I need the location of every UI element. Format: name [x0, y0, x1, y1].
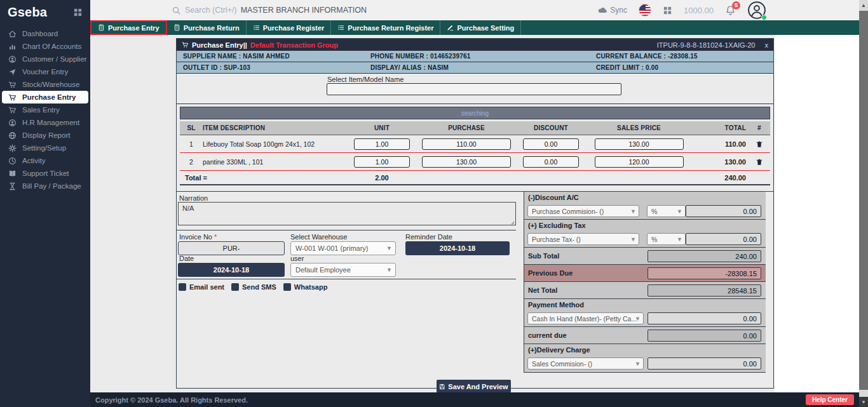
payment-method-value[interactable] — [648, 312, 761, 324]
supplier-info-row: OUTLET ID : SUP-103DISPLAY/ ALIAS : NASI… — [177, 62, 773, 74]
delete-row-icon[interactable] — [756, 140, 763, 149]
discount-a-c-value[interactable] — [686, 205, 761, 217]
brand-logo[interactable]: Gseba — [8, 5, 47, 20]
delete-row-icon[interactable] — [756, 157, 763, 166]
chevron-down-icon: ▼ — [677, 236, 682, 243]
sub-total-value[interactable] — [648, 250, 761, 262]
tab-label: Purchase Entry — [108, 24, 159, 32]
sidebar-item-label: Voucher Entry — [22, 68, 68, 76]
calculator-icon — [173, 24, 180, 31]
save-and-preview-button[interactable]: Save And Preview — [437, 380, 511, 393]
row-purchase-input[interactable] — [422, 138, 511, 150]
row-sales-price-input[interactable] — [595, 138, 684, 150]
table-body: 1Lifebuoy Total Soap 100gm 24x1, 102110.… — [180, 135, 770, 171]
date-button[interactable]: 2024-10-18 — [178, 263, 285, 277]
notifications-button[interactable]: 5 — [725, 5, 736, 16]
net-total-value[interactable] — [648, 284, 761, 297]
home-icon — [8, 30, 17, 38]
supplier-info-cell: SUPPLIER NAME : NASIM AHMED — [177, 53, 364, 60]
sidebar-item-dashboard[interactable]: Dashboard — [2, 27, 88, 40]
tab-purchase-register[interactable]: Purchase Register — [247, 20, 332, 35]
supplier-info-row: SUPPLIER NAME : NASIM AHMEDPHONE NUMBER … — [177, 51, 773, 62]
excluding-tax-select[interactable]: Purchase Tax- ()▼ — [527, 233, 639, 245]
sync-button[interactable]: Sync — [597, 5, 627, 15]
scrollbar-thumb[interactable] — [859, 11, 868, 390]
row-total: 130.00 — [691, 158, 749, 166]
current-due-value[interactable] — [648, 330, 761, 342]
chevron-down-icon: ▼ — [677, 208, 682, 215]
global-search[interactable]: Search (Ctrl+/) MASTER BRANCH INFORMATIO… — [172, 6, 367, 15]
sidebar-item-setting-setup[interactable]: Setting/Setup — [2, 142, 88, 154]
sidebar-item-purchase-entry[interactable]: Purchase Entry — [2, 91, 88, 103]
warehouse-select[interactable]: W-001 W-001 (primary)▼ — [290, 241, 396, 255]
help-center-button[interactable]: Help Center — [806, 394, 854, 405]
tab-purchase-return-register[interactable]: Purchase Return Register — [331, 20, 440, 35]
scroll-down-arrow[interactable]: ▼ — [859, 397, 868, 407]
tab-label: Purchase Register — [263, 24, 325, 32]
checkbox-whatsapp[interactable]: Whatsapp — [283, 283, 328, 291]
discount-a-c-select[interactable]: Purchase Commision- ()▼ — [527, 205, 639, 217]
cart-icon — [8, 81, 17, 89]
delivery-charge-value[interactable] — [648, 357, 761, 370]
row-sales-price-input[interactable] — [595, 156, 684, 168]
sidebar-item-sales-entry[interactable]: Sales Entry — [2, 103, 88, 116]
sync-label: Sync — [610, 6, 627, 15]
sidebar-item-display-report[interactable]: Display Report — [2, 129, 88, 142]
header-actions: Sync 1000.00 5 — [597, 0, 766, 20]
sidebar-item-bill-pay-package[interactable]: Bill Pay / Package — [2, 180, 88, 192]
narration-textarea[interactable] — [178, 202, 516, 225]
tab-purchase-entry[interactable]: Purchase Entry — [90, 20, 167, 35]
totals-row-payment-method: Payment MethodCash In Hand (Master)- (Pe… — [524, 299, 766, 327]
checkbox-box[interactable] — [283, 283, 291, 291]
column-header: PURCHASE — [417, 124, 515, 131]
row-discount-input[interactable] — [523, 138, 579, 150]
previous-due-value[interactable] — [648, 267, 761, 279]
row-description: pantine 330ML , 101 — [203, 158, 346, 166]
sidebar-item-voucher-entry[interactable]: Voucher Entry — [2, 65, 88, 78]
sidebar-item-label: Dashboard — [22, 30, 58, 37]
tab-purchase-return[interactable]: Purchase Return — [167, 20, 247, 35]
excluding-tax-value[interactable] — [686, 233, 761, 245]
scroll-up-arrow[interactable]: ▲ — [859, 0, 868, 10]
chevron-down-icon: ▼ — [635, 361, 641, 367]
column-header: SALES PRICE — [587, 124, 691, 131]
sidebar-item-support-ticket[interactable]: Support Ticket — [2, 167, 88, 180]
balance-amount[interactable]: 1000.00 — [684, 6, 714, 15]
row-purchase-input[interactable] — [422, 156, 511, 168]
sidebar-toggle-icon[interactable] — [73, 8, 83, 17]
tab-purchase-setting[interactable]: Purchase Setting — [440, 20, 521, 35]
chart-icon — [8, 43, 17, 51]
delivery-charge-select[interactable]: Sales Commision- ()▼ — [527, 357, 644, 370]
avatar[interactable] — [747, 1, 766, 20]
language-flag[interactable] — [639, 4, 651, 17]
select-value: Sales Commision- () — [532, 360, 592, 368]
user-select[interactable]: Default Employee▼ — [290, 263, 396, 277]
sidebar-item-stock-warehouse[interactable]: Stock/Warehouse — [2, 78, 88, 91]
checkbox-send-sms[interactable]: Send SMS — [231, 283, 276, 291]
sidebar-item-activity[interactable]: Activity — [2, 154, 88, 167]
checkbox-email-sent[interactable]: Email sent — [179, 283, 224, 291]
row-unit-input[interactable] — [354, 156, 410, 168]
close-button[interactable]: x — [765, 41, 769, 49]
excluding-tax-unit-select[interactable]: %▼ — [647, 233, 686, 245]
totals-row-current-due: current due — [524, 327, 766, 344]
apps-grid-icon[interactable] — [663, 6, 672, 15]
tab-label: Purchase Return Register — [348, 24, 433, 32]
invoice-no-input[interactable] — [178, 241, 285, 255]
sidebar-item-customer-supplier[interactable]: Customer / Supplier — [2, 53, 88, 65]
item-select-input[interactable] — [327, 83, 621, 95]
checkbox-box[interactable] — [231, 283, 239, 291]
sidebar-item-h-r-management[interactable]: H.R Management — [2, 116, 88, 129]
row-discount-input[interactable] — [523, 156, 579, 168]
sidebar-item-chart-of-accounts[interactable]: Chart Of Accounts — [2, 40, 88, 53]
row-unit-input[interactable] — [354, 138, 410, 150]
checkbox-box[interactable] — [179, 283, 186, 291]
sidebar-item-label: Activity — [22, 157, 45, 164]
person-icon — [8, 119, 17, 127]
chevron-down-icon: ▼ — [386, 267, 392, 273]
discount-a-c-unit-select[interactable]: %▼ — [647, 205, 686, 217]
reminder-date-button[interactable]: 2024-10-18 — [405, 241, 510, 255]
payment-method-select[interactable]: Cash In Hand (Master)- (Petty Ca...▼ — [527, 312, 644, 324]
page-scrollbar[interactable]: ▲ ▼ — [859, 0, 868, 407]
book-icon — [8, 170, 17, 178]
